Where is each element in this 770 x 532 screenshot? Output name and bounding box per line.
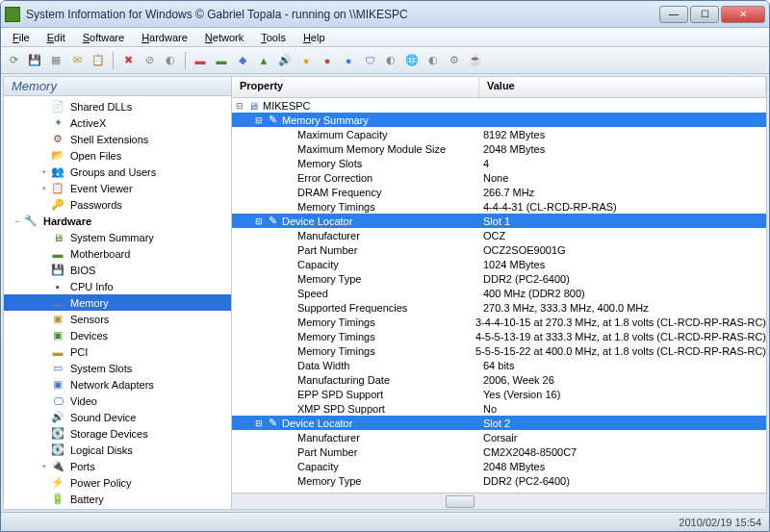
property-row[interactable]: Capacity2048 MBytes — [232, 459, 766, 473]
toolbar-button-5[interactable]: ✖ — [119, 52, 137, 69]
toolbar-button-6[interactable]: ⊘ — [141, 52, 158, 69]
tree-item-motherboard[interactable]: ▬Motherboard — [4, 245, 231, 262]
toolbar-button-18[interactable]: 🌐 — [403, 52, 421, 69]
toolbar-button-12[interactable]: 🔊 — [276, 52, 294, 69]
toolbar-button-0[interactable]: ⟳ — [5, 52, 22, 69]
property-row[interactable]: Part NumberOCZ2SOE9001G — [232, 242, 766, 257]
tree-item-battery[interactable]: 🔋Battery — [4, 491, 231, 507]
tree-item-system-slots[interactable]: ▭System Slots — [4, 360, 231, 376]
toolbar-button-16[interactable]: 🛡 — [361, 52, 378, 69]
property-row[interactable]: Speed400 MHz (DDR2 800) — [232, 286, 766, 300]
tree-item-printers[interactable]: 🖨Printers — [4, 507, 231, 509]
property-key: Supported Frequencies — [297, 302, 407, 314]
toolbar-button-17[interactable]: ◐ — [382, 52, 399, 69]
property-row[interactable]: Memory TypeDDR2 (PC2-6400) — [232, 271, 766, 286]
tree-item-sound-device[interactable]: 🔊Sound Device — [4, 409, 231, 425]
toolbar-button-4[interactable]: 📋 — [90, 52, 107, 69]
tree-item-ports[interactable]: +🔌Ports — [4, 458, 231, 474]
tree-item-activex[interactable]: ✦ActiveX — [4, 114, 231, 131]
property-row[interactable]: ⊟✎Device LocatorSlot 1 — [232, 214, 766, 228]
tree-item-network-adapters[interactable]: ▣Network Adapters — [4, 376, 231, 393]
property-row[interactable]: EPP SPD SupportYes (Version 16) — [232, 387, 766, 401]
property-row[interactable]: XMP SPD SupportNo — [232, 401, 766, 416]
menu-software[interactable]: Software — [75, 30, 132, 45]
tree-item-logical-disks[interactable]: 💽Logical Disks — [4, 442, 231, 458]
property-row[interactable]: Manufacturing Date2006, Week 26 — [232, 372, 766, 387]
maximize-button[interactable]: ☐ — [690, 6, 719, 23]
tree-item-hardware[interactable]: −🔧Hardware — [4, 213, 231, 229]
toolbar-button-2[interactable]: ▦ — [47, 52, 64, 69]
tree-item-shared-dlls[interactable]: 📄Shared DLLs — [4, 98, 231, 114]
tree-item-power-policy[interactable]: ⚡Power Policy — [4, 474, 231, 491]
nav-tree[interactable]: 📄Shared DLLs✦ActiveX⚙Shell Extensions📂Op… — [4, 96, 231, 509]
toolbar-button-1[interactable]: 💾 — [26, 52, 43, 69]
toolbar-button-7[interactable]: ◐ — [162, 52, 179, 69]
property-value: DDR2 (PC2-6400) — [479, 475, 766, 487]
tree-item-sensors[interactable]: ▣Sensors — [4, 311, 231, 327]
memory-icon: ▬ — [50, 295, 65, 311]
tree-item-devices[interactable]: ▣Devices — [4, 327, 231, 343]
property-row[interactable]: Error CorrectionNone — [232, 170, 766, 185]
menu-help[interactable]: Help — [295, 30, 333, 45]
property-list[interactable]: ⊟🖥MIKESPC⊟✎Memory SummaryMaximum Capacit… — [232, 98, 766, 493]
property-row[interactable]: Maximum Capacity8192 MBytes — [232, 127, 766, 141]
toolbar-button-10[interactable]: ◆ — [234, 52, 251, 69]
column-headers: Property Value — [232, 77, 766, 98]
toolbar-button-15[interactable]: ● — [340, 52, 357, 69]
tree-item-memory[interactable]: ▬Memory — [4, 294, 231, 311]
toolbar-button-19[interactable]: ◐ — [424, 52, 442, 69]
scrollbar-thumb[interactable] — [446, 495, 475, 508]
toolbar-button-11[interactable]: ▲ — [255, 52, 272, 69]
property-row[interactable]: Supported Frequencies270.3 MHz, 333.3 MH… — [232, 300, 766, 315]
tree-item-open-files[interactable]: 📂Open Files — [4, 147, 231, 164]
menu-hardware[interactable]: Hardware — [134, 30, 195, 45]
property-row[interactable]: ⊟✎Device LocatorSlot 2 — [232, 416, 766, 430]
property-row[interactable]: ⊟✎Memory Summary — [232, 113, 766, 127]
tree-item-video[interactable]: 🖵Video — [4, 393, 231, 409]
toolbar-button-8[interactable]: ▬ — [192, 52, 209, 69]
property-row[interactable]: Memory Timings5-5-5-15-22 at 400.0 MHz, … — [232, 343, 766, 358]
property-row[interactable]: ⊟🖥MIKESPC — [232, 98, 766, 113]
window-title: System Information for Windows © Gabriel… — [26, 8, 659, 21]
tree-item-system-summary[interactable]: 🖥System Summary — [4, 229, 231, 245]
tree-item-shell-extensions[interactable]: ⚙Shell Extensions — [4, 131, 231, 147]
menu-file[interactable]: File — [5, 30, 38, 45]
tree-item-groups-and-users[interactable]: +👥Groups and Users — [4, 164, 231, 180]
tree-item-pci[interactable]: ▬PCI — [4, 343, 231, 360]
tree-item-passwords[interactable]: 🔑Passwords — [4, 196, 231, 213]
toolbar-button-21[interactable]: ☕ — [467, 52, 484, 69]
property-row[interactable]: ManufacturerCorsair — [232, 430, 766, 444]
column-value[interactable]: Value — [479, 77, 766, 97]
property-row[interactable]: Memory Timings4-4-4-31 (CL-RCD-RP-RAS) — [232, 199, 766, 214]
toolbar-button-9[interactable]: ▬ — [213, 52, 230, 69]
tree-item-storage-devices[interactable]: 💽Storage Devices — [4, 425, 231, 442]
property-row[interactable]: Memory Timings3-4-4-10-15 at 270.3 MHz, … — [232, 315, 766, 329]
horizontal-scrollbar[interactable] — [232, 493, 766, 509]
tree-item-cpu-info[interactable]: ▪CPU Info — [4, 278, 231, 294]
titlebar[interactable]: System Information for Windows © Gabriel… — [1, 1, 769, 28]
menu-edit[interactable]: Edit — [39, 30, 73, 45]
property-row[interactable]: ManufacturerOCZ — [232, 228, 766, 242]
minimize-button[interactable]: — — [659, 6, 688, 23]
toolbar-button-14[interactable]: ● — [319, 52, 336, 69]
column-property[interactable]: Property — [232, 77, 479, 97]
property-row[interactable]: Memory Timings4-5-5-13-19 at 333.3 MHz, … — [232, 329, 766, 343]
property-row[interactable]: Part NumberCM2X2048-8500C7 — [232, 444, 766, 459]
toolbar-button-3[interactable]: ✉ — [68, 52, 86, 69]
toolbar-button-20[interactable]: ⚙ — [446, 52, 463, 69]
property-row[interactable]: Data Width64 bits — [232, 358, 766, 372]
property-key: Manufacturing Date — [297, 374, 390, 386]
property-row[interactable]: Maximum Memory Module Size2048 MBytes — [232, 141, 766, 156]
property-row[interactable]: DRAM Frequency266.7 MHz — [232, 185, 766, 199]
tree-item-event-viewer[interactable]: +📋Event Viewer — [4, 180, 231, 196]
tree-item-bios[interactable]: 💾BIOS — [4, 262, 231, 278]
toolbar-button-13[interactable]: ● — [297, 52, 315, 69]
menu-tools[interactable]: Tools — [253, 30, 294, 45]
property-row[interactable]: Capacity1024 MBytes — [232, 257, 766, 271]
property-row[interactable]: Memory TypeDDR2 (PC2-6400) — [232, 473, 766, 488]
close-button[interactable]: ✕ — [721, 6, 765, 23]
menu-network[interactable]: Network — [197, 30, 251, 45]
property-row[interactable]: Memory Slots4 — [232, 156, 766, 170]
property-key: Manufacturer — [297, 230, 360, 241]
expander-icon[interactable]: − — [12, 216, 23, 226]
